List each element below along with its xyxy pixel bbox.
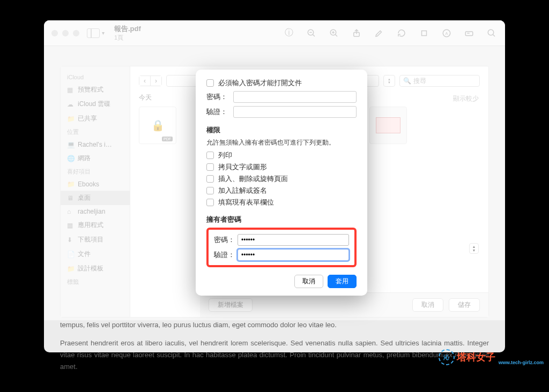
home-icon: ⌂ (67, 208, 75, 215)
rotate-icon[interactable] (396, 27, 407, 39)
sidebar-item-shared[interactable]: 📁已共享 (61, 111, 130, 126)
svg-line-1 (313, 34, 315, 36)
back-forward[interactable]: ‹› (139, 76, 162, 86)
sidebar-item-network[interactable]: 🌐網路 (61, 151, 130, 165)
verify-label: 驗證： (206, 107, 233, 117)
open-verify-input[interactable] (233, 106, 357, 118)
svg-text:A: A (445, 31, 448, 36)
show-less-button[interactable]: 顯示較少 (453, 94, 479, 103)
window-title: 報告.pdf 1頁 (114, 24, 141, 42)
cancel-button[interactable]: 取消 (412, 298, 443, 312)
desktop-icon: 🖥 (67, 194, 75, 202)
pdf-badge: PDF (162, 137, 173, 141)
require-password-checkbox[interactable] (206, 79, 214, 87)
permissions-subtitle: 允許無須輸入擁有者密碼也可進行下列更動。 (206, 138, 357, 147)
crop-icon[interactable] (418, 27, 430, 39)
permissions-title: 權限 (206, 125, 357, 135)
titlebar: ▾ 報告.pdf 1頁 ⓘ A (44, 20, 505, 46)
sidebar-item-downloads[interactable]: ⬇下載項目 (61, 232, 130, 247)
perm-form-checkbox[interactable] (206, 199, 214, 206)
back-button[interactable]: ‹ (139, 76, 151, 86)
sidebar-item-home[interactable]: ⌂racheljian (61, 205, 130, 218)
forward-button[interactable]: › (151, 76, 161, 86)
bottom-bar: 新增檔案 取消 儲存 (200, 292, 488, 317)
sheet-cancel-button[interactable]: 取消 (294, 275, 323, 288)
computer-icon: 💻 (67, 141, 75, 148)
sidebar-item-preview[interactable]: ▦預覽程式 (61, 82, 130, 97)
sidebar-section: 喜好項目 (61, 165, 130, 178)
sidebar-toggle-icon[interactable] (87, 28, 100, 38)
perm-edit-label: 插入、刪除或旋轉頁面 (218, 174, 288, 184)
perm-print-checkbox[interactable] (206, 152, 214, 159)
sidebar-item-computer[interactable]: 💻Rachel's i… (61, 138, 130, 151)
sheet-apply-button[interactable]: 套用 (328, 275, 357, 288)
new-folder-button[interactable]: 新增檔案 (209, 298, 253, 312)
perm-annotate-checkbox[interactable] (206, 187, 214, 194)
folder-icon: 📁 (67, 180, 75, 188)
require-password-row: 必須輸入密碼才能打開文件 (206, 78, 357, 88)
zoom-in-icon[interactable] (328, 27, 340, 39)
sort-stepper[interactable]: ▲▼ (383, 75, 395, 87)
markup-icon[interactable] (373, 27, 385, 39)
watermark-url: www.tech-girlz.com (499, 360, 544, 365)
file-thumb-image[interactable] (369, 107, 407, 144)
page-count: 1頁 (114, 34, 141, 42)
file-thumb-pdf[interactable]: 🔒PDF (139, 107, 176, 144)
svg-line-4 (335, 34, 337, 36)
info-icon[interactable]: ⓘ (283, 27, 295, 39)
highlight-icon[interactable] (463, 27, 475, 39)
search-icon[interactable] (486, 27, 498, 39)
watermark-icon: 沁 (439, 349, 455, 365)
owner-verify-input[interactable] (238, 249, 349, 261)
svg-line-14 (493, 34, 495, 36)
format-stepper[interactable]: ▲▼ (469, 243, 479, 254)
finder-sidebar: iCloud ▦預覽程式 ☁iCloud 雲碟 📁已共享 位置 💻Rachel'… (61, 66, 130, 317)
sidebar-item-templates[interactable]: 📁設計模板 (61, 261, 130, 276)
owner-verify-label: 驗證： (214, 250, 238, 260)
save-button[interactable]: 儲存 (449, 298, 480, 312)
open-password-input[interactable] (233, 91, 357, 103)
sidebar-item-ebooks[interactable]: 📁Ebooks (61, 178, 130, 191)
toolbar: ⓘ A (283, 27, 498, 39)
password-label: 密碼： (206, 92, 233, 102)
sidebar-item-apps[interactable]: ▦應用程式 (61, 218, 130, 232)
search-field[interactable]: 🔍搜尋 (399, 75, 480, 87)
sidebar-item-icloud[interactable]: ☁iCloud 雲碟 (61, 97, 130, 111)
doc-icon: 📄 (67, 251, 75, 258)
folder-icon: 📁 (67, 265, 75, 273)
svg-point-13 (488, 29, 494, 35)
app-icon: ▦ (67, 86, 75, 94)
perm-copy-checkbox[interactable] (206, 163, 214, 171)
cloud-icon: ☁ (67, 101, 75, 108)
text-icon[interactable]: A (441, 27, 452, 39)
app-icon: ▦ (67, 222, 75, 229)
sidebar-section: 標籤 (61, 276, 130, 288)
zoom-out-icon[interactable] (306, 27, 317, 39)
perm-annotate-label: 加入註解或簽名 (218, 186, 267, 195)
watermark: 沁 塔科女子 www.tech-girlz.com (439, 349, 544, 365)
window-controls[interactable] (51, 30, 79, 36)
globe-icon: 🌐 (67, 155, 75, 162)
magnifier-icon: 🔍 (403, 77, 411, 85)
perm-print-label: 列印 (218, 150, 232, 160)
perm-edit-checkbox[interactable] (206, 175, 214, 183)
sidebar-item-documents[interactable]: 📄文件 (61, 247, 130, 261)
sidebar-section: 位置 (61, 126, 130, 138)
watermark-brand: 塔科女子 (457, 351, 495, 364)
password-sheet: 必須輸入密碼才能打開文件 密碼： 驗證： 權限 允許無須輸入擁有者密碼也可進行下… (196, 70, 367, 296)
owner-password-input[interactable] (238, 234, 349, 246)
filename: 報告.pdf (114, 24, 141, 34)
share-icon[interactable] (351, 27, 362, 39)
owner-password-label: 密碼： (214, 235, 238, 245)
folder-icon: 📁 (67, 115, 75, 123)
perm-form-label: 填寫現有表單欄位 (218, 198, 274, 207)
chevron-down-icon[interactable]: ▾ (102, 30, 105, 36)
perm-copy-label: 拷貝文字或圖形 (218, 162, 267, 172)
sidebar-section: iCloud (61, 72, 130, 82)
download-icon: ⬇ (67, 236, 75, 244)
owner-password-highlight: 密碼： 驗證： (206, 228, 357, 267)
sidebar-item-desktop[interactable]: 🖥桌面 (61, 191, 130, 205)
document-body-text: tempus, felis vel porttitor viverra, leo… (44, 319, 505, 373)
lock-icon: 🔒 (151, 119, 165, 132)
owner-password-title: 擁有者密碼 (206, 215, 357, 224)
